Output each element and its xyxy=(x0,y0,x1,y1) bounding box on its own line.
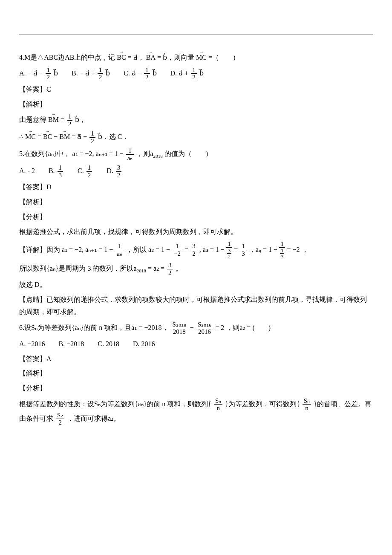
q4-line2: ∴ MC = BC − BM = a⃗ − 12 b⃗．选 C． xyxy=(19,130,373,145)
frac: 1aₙ xyxy=(115,243,124,257)
q6-options: A. −2016 B. −2018 C. 2018 D. 2016 xyxy=(19,338,373,350)
q5-stem: 5.在数列{aₙ}中， a₁ = −2, aₙ₊₁ = 1 − 1aₙ ，则a2… xyxy=(19,147,373,162)
text2: a₁ = −2, aₙ₊₁ = 1 − xyxy=(72,150,125,157)
d: 3 xyxy=(280,254,285,259)
q4-option-c: C. a⃗ − 12 b⃗ xyxy=(124,66,156,81)
vector-BM: BM xyxy=(48,114,59,126)
eq: = xyxy=(234,246,239,253)
frac: 12 xyxy=(89,130,95,145)
therefore: ∴ xyxy=(19,133,23,140)
den: aₙ xyxy=(115,250,124,257)
q5-period: 所以数列{aₙ}是周期为 3 的数列，所以a2018 = a₂ = 32 。 xyxy=(19,262,373,276)
q4-optC-text: a⃗ − xyxy=(132,69,143,76)
frac-sn1: Sₙn xyxy=(214,397,222,412)
num: S₂ xyxy=(56,412,64,419)
eq: = xyxy=(184,246,190,253)
den: 2018 xyxy=(171,328,187,335)
num: 1 xyxy=(46,66,52,74)
q5-option-c: C. 12 xyxy=(78,164,93,179)
num: 1 xyxy=(126,147,134,155)
a3-lhs: , a₃ = 1 − xyxy=(199,246,226,253)
q4-optD-frac: 12 xyxy=(191,66,197,81)
q4-stem-eq2: = b⃗，则向量 xyxy=(157,54,194,61)
q5-fx-text: 根据递推公式，求出前几项，找规律，可得数列为周期数列，即可求解。 xyxy=(19,226,373,238)
q4-optA-tail: b⃗ xyxy=(54,69,58,76)
num: 1 xyxy=(279,241,285,248)
text: 由题意得 xyxy=(19,116,46,123)
den: 2 xyxy=(116,172,122,179)
q4-optD-label: D. xyxy=(170,69,179,76)
q4-optD-tail: b⃗ xyxy=(199,69,204,76)
a4-frac1: 1 13 xyxy=(279,241,285,260)
num: Sₙ xyxy=(214,397,222,405)
q4-optB-frac: 12 xyxy=(98,66,104,81)
den: 3 xyxy=(58,172,63,179)
q5-dianjing: 【点睛】已知数列的递推公式，求数列的项数较大的项时，可根据递推公式求出数列的前几… xyxy=(19,294,373,318)
inner-frac: 13 xyxy=(280,248,285,259)
q4-optC-frac: 12 xyxy=(144,66,150,81)
den: 32 xyxy=(226,248,233,259)
q4-optB-tail: b⃗ xyxy=(106,69,110,76)
q4-stem-text-a: 4.M是△ABC边AB上的中点，记 xyxy=(19,54,115,61)
num: S₂₀₁₆ xyxy=(196,321,213,329)
num: 1 xyxy=(89,130,95,138)
den: 2 xyxy=(46,74,52,81)
eq: = a₂ = xyxy=(148,265,166,272)
num: S₂₀₁₈ xyxy=(171,321,187,329)
tail: b⃗， xyxy=(75,116,86,123)
q4-stem: 4.M是△ABC边AB上的中点，记 BC = a⃗， BA = b⃗，则向量 M… xyxy=(19,52,373,64)
den: 13 xyxy=(279,248,285,259)
q4-option-d: D. a⃗ + 12 b⃗ xyxy=(170,66,204,81)
q6-option-a: A. −2016 xyxy=(19,338,45,350)
den: 2 xyxy=(191,74,197,81)
frac-s2: S₂2 xyxy=(56,412,64,426)
vector-BA: BA xyxy=(146,52,156,64)
vector-BC: BC xyxy=(117,52,126,64)
vector-MC: MC xyxy=(25,131,36,143)
vector-BM: BM xyxy=(59,131,70,143)
a2-lhs: a₂ = 1 − xyxy=(148,246,172,253)
tail: b⃗．选 C． xyxy=(98,133,129,140)
q4-option-a: A. − a⃗ − 12 b⃗ xyxy=(19,66,58,81)
q4-stem-eq1: = a⃗， xyxy=(128,54,144,61)
num: 1 xyxy=(240,243,246,250)
minus: − xyxy=(54,133,59,140)
label: C. xyxy=(78,167,86,174)
q4-answer: 【答案】C xyxy=(19,84,373,96)
n: 3 xyxy=(227,248,232,254)
text2: = 2 ，则a₂ = ( ) xyxy=(215,324,271,331)
num: 1 xyxy=(191,66,197,74)
a4-lhs: ，a₄ = 1 − xyxy=(249,246,279,253)
text: 所以数列{aₙ}是周期为 3 的数列，所以a xyxy=(19,265,137,272)
q6-analysis-label: 【解析】 xyxy=(19,367,373,380)
den: −2 xyxy=(173,250,182,257)
q6-option-c: C. 2018 xyxy=(98,338,119,350)
d: 2 xyxy=(227,254,232,259)
q6-option-d: D. 2016 xyxy=(133,338,155,350)
text: a₁ = −2, aₙ₊₁ = 1 − xyxy=(62,246,115,253)
q5-so: 故选 D。 xyxy=(19,279,373,291)
q4-analysis-label: 【解析】 xyxy=(19,98,373,111)
label: 【详解】因为 xyxy=(19,246,60,253)
num: Sₙ xyxy=(303,397,311,405)
label: D. xyxy=(107,167,115,174)
q5-option-b: B. 13 xyxy=(49,164,64,179)
minus: − xyxy=(190,324,196,331)
den: 2 xyxy=(89,138,95,145)
top-divider xyxy=(19,34,373,35)
q6-answer: 【答案】A xyxy=(19,353,373,365)
a3-frac1: 1 32 xyxy=(226,241,233,260)
sub-2018: 2018 xyxy=(137,268,146,273)
num: 1 xyxy=(67,113,73,121)
q5-detail: 【详解】因为 a₁ = −2, aₙ₊₁ = 1 − 1aₙ ，所以 a₂ = … xyxy=(19,241,373,260)
num: 1 xyxy=(98,66,104,74)
num: 1 xyxy=(173,243,182,250)
q5-answer: 【答案】D xyxy=(19,181,373,194)
q5-option-a: A. - 2 xyxy=(19,165,35,177)
q5-analysis-label: 【解析】 xyxy=(19,196,373,208)
frac: 32 xyxy=(116,164,122,179)
q4-optD-text: a⃗ + xyxy=(179,69,190,76)
den: n xyxy=(214,405,222,412)
num: 1 xyxy=(226,241,233,248)
label: B. xyxy=(49,167,57,174)
